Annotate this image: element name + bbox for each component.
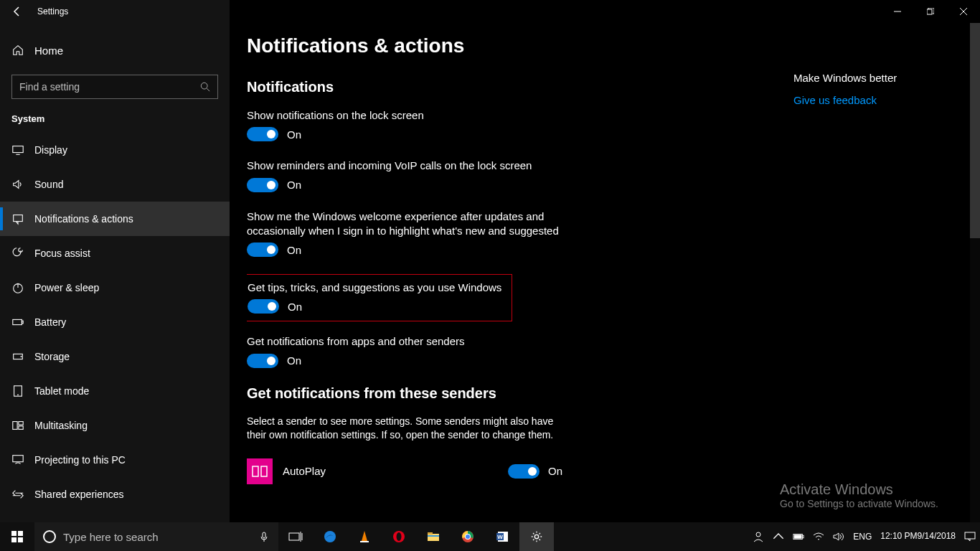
- navitem-label: Battery: [34, 316, 66, 328]
- tray-people[interactable]: [748, 522, 768, 551]
- svg-point-35: [534, 534, 538, 538]
- svg-rect-11: [19, 422, 23, 425]
- setting-label: Get notifications from apps and other se…: [247, 334, 562, 349]
- toggle-lockscreen-notifications[interactable]: [247, 127, 278, 141]
- toggle-tips-tricks[interactable]: [248, 299, 279, 314]
- close-button[interactable]: [947, 0, 980, 23]
- navitem-label: Power & sleep: [34, 282, 99, 293]
- navitem-label: Storage: [34, 351, 70, 362]
- feedback-link[interactable]: Give us feedback: [793, 94, 951, 106]
- toggle-state: On: [287, 128, 301, 141]
- sidebar-home[interactable]: Home: [0, 34, 230, 66]
- section-senders: Get notifications from these senders: [247, 385, 980, 402]
- tray-volume-icon[interactable]: [829, 522, 849, 551]
- toggle-welcome-experience[interactable]: [247, 242, 278, 257]
- sidebar-item-focus-assist[interactable]: Focus assist: [0, 236, 230, 270]
- search-input[interactable]: Find a setting: [11, 75, 218, 99]
- svg-point-25: [397, 532, 402, 541]
- svg-point-22: [324, 531, 336, 542]
- page-title: Notifications & actions: [247, 34, 980, 57]
- sender-autoplay[interactable]: AutoPlay On: [247, 458, 562, 484]
- svg-rect-38: [803, 535, 804, 538]
- setting-label: Show reminders and incoming VoIP calls o…: [247, 159, 562, 173]
- sender-name: AutoPlay: [283, 465, 508, 477]
- taskbar-app-opera[interactable]: [382, 522, 416, 551]
- taskbar-app-explorer[interactable]: [416, 522, 451, 551]
- sidebar-item-notifications[interactable]: Notifications & actions: [0, 202, 230, 236]
- toggle-state: On: [287, 354, 301, 367]
- rightrail-title: Make Windows better: [793, 72, 951, 84]
- navitem-label: Sound: [34, 179, 63, 190]
- activation-subtitle: Go to Settings to activate Windows.: [780, 498, 938, 509]
- tray-wifi-icon[interactable]: [809, 522, 829, 551]
- setting-apps-notifications: Get notifications from apps and other se…: [247, 334, 562, 367]
- svg-rect-17: [18, 531, 23, 536]
- toggle-voip-lockscreen[interactable]: [247, 178, 278, 192]
- taskbar-app-word[interactable]: W: [485, 522, 519, 551]
- svg-rect-26: [428, 534, 439, 541]
- setting-label: Get tips, tricks, and suggestions as you…: [248, 281, 504, 295]
- taskbar-app-vlc[interactable]: [347, 522, 382, 551]
- taskbar: Type here to search W ENG 12:10 PM 9/14/…: [0, 522, 980, 551]
- svg-rect-0: [927, 9, 932, 14]
- svg-rect-14: [253, 466, 258, 476]
- svg-rect-39: [794, 534, 802, 538]
- svg-rect-21: [289, 533, 299, 540]
- svg-point-8: [21, 356, 22, 357]
- taskbar-app-chrome[interactable]: [451, 522, 485, 551]
- start-button[interactable]: [0, 522, 34, 551]
- taskbar-search[interactable]: Type here to search: [34, 522, 278, 551]
- tray-clock[interactable]: 12:10 PM 9/14/2018: [876, 522, 960, 551]
- vertical-scrollbar[interactable]: [970, 23, 980, 522]
- toggle-state: On: [287, 244, 301, 256]
- setting-label: Show me the Windows welcome experience a…: [247, 209, 562, 239]
- taskbar-app-edge[interactable]: [313, 522, 347, 551]
- maximize-button[interactable]: [914, 0, 947, 23]
- svg-point-36: [756, 532, 760, 537]
- svg-rect-15: [261, 466, 267, 476]
- activation-watermark: Activate Windows Go to Settings to activ…: [780, 481, 938, 509]
- sidebar-item-battery[interactable]: Battery: [0, 305, 230, 339]
- tray-battery-icon[interactable]: [788, 522, 809, 551]
- tray-date: 9/14/2018: [918, 532, 956, 542]
- taskbar-search-placeholder: Type here to search: [63, 531, 159, 543]
- toggle-apps-notifications[interactable]: [247, 354, 278, 368]
- svg-rect-13: [13, 456, 23, 462]
- setting-label: Show notifications on the lock screen: [247, 108, 562, 123]
- tray-overflow[interactable]: [768, 522, 788, 551]
- svg-rect-10: [13, 422, 17, 430]
- sidebar-item-tablet-mode[interactable]: Tablet mode: [0, 374, 230, 408]
- setting-lockscreen-notifications: Show notifications on the lock screen On: [247, 108, 562, 141]
- autoplay-icon: [247, 458, 273, 484]
- setting-welcome-experience: Show me the Windows welcome experience a…: [247, 209, 562, 258]
- svg-rect-6: [22, 321, 23, 324]
- svg-rect-20: [263, 532, 265, 538]
- tray-time: 12:10 PM: [880, 532, 917, 542]
- navitem-label: Notifications & actions: [34, 213, 133, 225]
- sidebar-item-sound[interactable]: Sound: [0, 167, 230, 202]
- senders-help-text: Select a sender to see more settings. So…: [247, 415, 570, 443]
- tray-action-center[interactable]: [960, 522, 980, 551]
- navitem-label: Display: [34, 144, 67, 156]
- scrollbar-thumb[interactable]: [970, 23, 980, 238]
- toggle-sender-autoplay[interactable]: [508, 464, 540, 479]
- setting-tips-tricks: Get tips, tricks, and suggestions as you…: [248, 281, 504, 314]
- svg-rect-23: [360, 541, 369, 542]
- svg-rect-18: [11, 537, 17, 542]
- sidebar-item-power-sleep[interactable]: Power & sleep: [0, 270, 230, 305]
- sidebar-item-storage[interactable]: Storage: [0, 339, 230, 374]
- sidebar-item-shared-experiences[interactable]: Shared experiences: [0, 477, 230, 512]
- sidebar-item-display[interactable]: Display: [0, 133, 230, 167]
- setting-voip-lockscreen: Show reminders and incoming VoIP calls o…: [247, 159, 562, 192]
- task-view-button[interactable]: [278, 522, 313, 551]
- toggle-state: On: [287, 179, 301, 191]
- sidebar-item-multitasking[interactable]: Multitasking: [0, 408, 230, 443]
- mic-icon[interactable]: [258, 531, 270, 542]
- search-placeholder: Find a setting: [19, 81, 200, 93]
- sidebar-item-projecting[interactable]: Projecting to this PC: [0, 443, 230, 477]
- svg-rect-5: [13, 319, 22, 324]
- minimize-button[interactable]: [881, 0, 914, 23]
- taskbar-app-settings[interactable]: [519, 522, 554, 551]
- svg-rect-27: [428, 532, 433, 534]
- tray-language[interactable]: ENG: [849, 522, 876, 551]
